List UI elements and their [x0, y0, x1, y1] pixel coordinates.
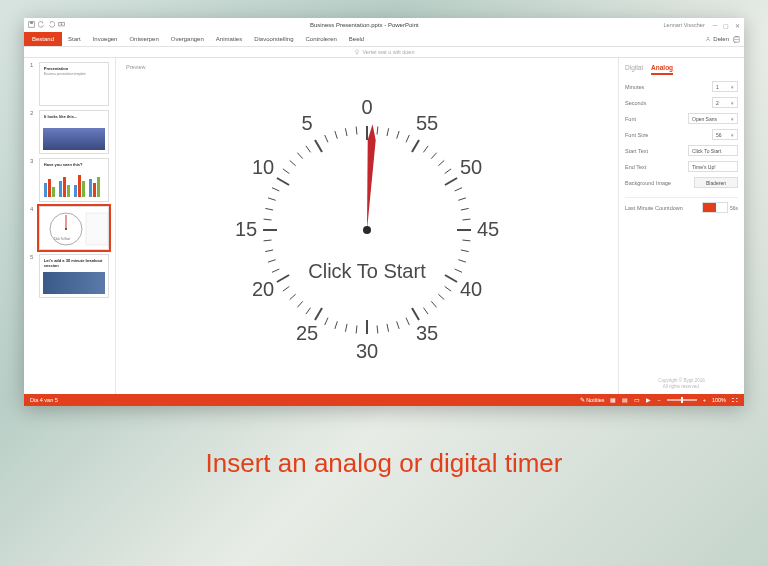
zoom-value: 100%	[712, 397, 726, 403]
minutes-select[interactable]: 1▾	[712, 81, 738, 92]
maximize-icon[interactable]: ▢	[723, 22, 729, 29]
thumb-clock	[40, 207, 109, 250]
tab-overgangen[interactable]: Overgangen	[165, 32, 210, 46]
tell-me-placeholder: Vertel wat u wilt doen	[363, 49, 415, 55]
share-label: Delen	[713, 36, 729, 42]
close-icon[interactable]: ✕	[735, 22, 740, 29]
svg-rect-13	[78, 175, 81, 197]
redo-icon[interactable]	[48, 21, 55, 29]
tab-ontwerpen[interactable]: Ontwerpen	[123, 32, 164, 46]
slide-thumb-5[interactable]: Let's add a 30 minute breakout session	[39, 254, 109, 298]
endtext-input[interactable]: Time's Up!	[688, 161, 738, 172]
share-icon	[705, 36, 711, 42]
view-slideshow-icon[interactable]: ▶	[646, 397, 651, 403]
zoom-out-icon[interactable]: −	[657, 397, 660, 403]
zoom-slider[interactable]	[667, 399, 697, 401]
svg-line-61	[283, 286, 289, 291]
slide-thumb-3[interactable]: Have you seen this?	[39, 158, 109, 202]
undo-icon[interactable]	[38, 21, 45, 29]
svg-rect-15	[89, 179, 92, 197]
clock-center-text: Click To Start	[227, 260, 507, 283]
svg-line-76	[306, 146, 311, 152]
tab-controleren[interactable]: Controleren	[300, 32, 343, 46]
window-controls: ─ ▢ ✕	[713, 22, 740, 29]
tab-animaties[interactable]: Animaties	[210, 32, 248, 46]
svg-rect-10	[63, 177, 66, 197]
num-10: 10	[252, 156, 274, 178]
fontsize-label: Font Size	[625, 132, 648, 138]
copyright-line2: All rights reserved.	[625, 384, 738, 390]
svg-line-32	[445, 178, 457, 185]
thumb-title: Presentation	[44, 66, 68, 71]
tab-diavoorstelling[interactable]: Diavoorstelling	[248, 32, 299, 46]
fit-to-window-icon[interactable]: ⛶	[732, 397, 738, 403]
tab-digital[interactable]: Digital	[625, 64, 643, 75]
svg-line-29	[431, 153, 436, 159]
svg-rect-9	[59, 181, 62, 197]
copyright: Copyright © Bygit 2016 All rights reserv…	[625, 378, 738, 390]
svg-rect-16	[93, 183, 96, 197]
svg-line-38	[462, 240, 470, 241]
minimize-icon[interactable]: ─	[713, 22, 717, 29]
slideshow-icon[interactable]	[58, 21, 65, 29]
tell-me-search[interactable]: Vertel wat u wilt doen	[24, 46, 744, 58]
slide-thumb-4[interactable]: Click To Start	[39, 206, 109, 250]
user-name: Lennart Visscher	[664, 22, 705, 28]
num-55: 55	[416, 112, 438, 134]
thumb-title: Have you seen this?	[44, 162, 83, 167]
bgimage-label: Background Image	[625, 180, 671, 186]
svg-point-3	[708, 37, 710, 39]
endtext-label: End Text	[625, 164, 646, 170]
slide-thumb-1[interactable]: Presentation Business presentation templ…	[39, 62, 109, 106]
browse-button[interactable]: Bladeren	[694, 177, 738, 188]
svg-line-34	[458, 198, 466, 200]
svg-rect-17	[97, 177, 100, 197]
tab-invoegen[interactable]: Invoegen	[87, 32, 124, 46]
svg-rect-8	[52, 187, 55, 197]
save-icon[interactable]	[28, 21, 35, 29]
svg-line-59	[297, 301, 302, 307]
tab-analog[interactable]: Analog	[651, 64, 673, 75]
clock-center	[363, 226, 371, 234]
view-reading-icon[interactable]: ▭	[634, 397, 640, 403]
file-tab[interactable]: Bestand	[24, 32, 62, 46]
starttext-label: Start Text	[625, 148, 648, 154]
thumb-num: 4	[30, 206, 36, 250]
thumb-num: 5	[30, 254, 36, 298]
lastmin-toggle[interactable]	[702, 202, 728, 213]
zoom-in-icon[interactable]: +	[703, 397, 706, 403]
svg-rect-14	[82, 181, 85, 197]
svg-line-36	[462, 219, 470, 220]
share-button[interactable]: Delen	[705, 36, 729, 42]
timer-settings-panel: Digital Analog Minutes 1▾ Seconds 2▾ Fon…	[618, 58, 744, 394]
tab-beeld[interactable]: Beeld	[343, 32, 370, 46]
preview-pane: Preview 0 55 50 45 40 35 30 25	[116, 58, 618, 394]
seconds-select[interactable]: 2▾	[712, 97, 738, 108]
slide-thumbnail-rail: 1 Presentation Business presentation tem…	[24, 58, 116, 394]
svg-line-73	[283, 169, 289, 174]
endtext-value: Time's Up!	[692, 164, 716, 170]
analog-clock[interactable]: 0 55 50 45 40 35 30 25 20 15 10 5	[227, 90, 507, 370]
thumb-sub: Business presentation template	[44, 72, 86, 76]
svg-line-78	[325, 135, 328, 142]
font-select[interactable]: Open Sans▾	[688, 113, 738, 124]
notes-button[interactable]: ✎ Notities	[580, 397, 605, 403]
view-sorter-icon[interactable]: ▤	[622, 397, 628, 403]
view-normal-icon[interactable]: ▦	[610, 397, 616, 403]
font-label: Font	[625, 116, 636, 122]
slide-counter: Dia 4 van 5	[30, 397, 58, 403]
clock-hand	[363, 124, 377, 230]
preview-label: Preview	[126, 64, 608, 70]
lightbulb-icon	[354, 49, 360, 55]
num-15: 15	[235, 218, 257, 240]
starttext-input[interactable]: Click To Start	[688, 145, 738, 156]
thumb-image	[43, 128, 105, 150]
fontsize-select[interactable]: 56▾	[712, 129, 738, 140]
slide-thumb-2[interactable]: It looks like this...	[39, 110, 109, 154]
num-35: 35	[416, 322, 438, 344]
comments-icon[interactable]: 💬	[733, 36, 740, 43]
minutes-value: 1	[716, 84, 719, 90]
powerpoint-window: Business Presentation.pptx - PowerPoint …	[24, 18, 744, 406]
tab-start[interactable]: Start	[62, 32, 87, 46]
svg-line-75	[297, 153, 302, 159]
